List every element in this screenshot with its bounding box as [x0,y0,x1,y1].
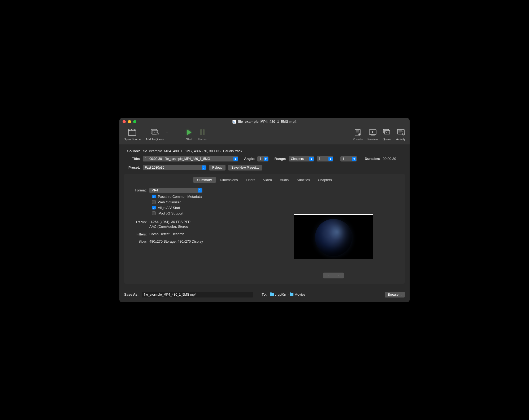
preview-button[interactable]: Preview [367,128,378,141]
range-separator: – [336,157,338,161]
to-label: To: [262,292,267,296]
svg-point-17 [359,134,360,135]
tracks-video-value: H.264 (x264), 30 FPS PFR [149,220,257,224]
play-icon [185,128,193,137]
folder-icon [290,293,293,296]
open-source-button[interactable]: Open Source [124,128,141,141]
queue-icon [383,128,391,137]
passthru-metadata-checkbox[interactable] [152,195,156,198]
summary-panel: Format: MP4 Passthru Common Metadata Web… [124,188,405,278]
size-value: 480x270 Storage, 480x270 Display [149,239,257,244]
tabs-container: Summary Dimensions Filters Video Audio S… [124,174,405,284]
format-select[interactable]: MP4 [149,188,202,193]
source-label: Source: [124,149,140,153]
svg-line-2 [129,129,130,131]
duration-value: 00:00:30 [383,157,396,161]
add-queue-icon [151,128,159,137]
preset-label: Preset: [124,165,140,169]
save-as-label: Save As: [124,292,138,296]
window-title-text: file_example_MP4_480_1_5MG.mp4 [238,120,296,124]
clapperboard-icon [128,128,136,137]
format-label: Format: [129,188,149,192]
footer: Save As: To: crypt0rr › Movies Browse… [119,288,410,302]
tab-video[interactable]: Video [259,177,276,183]
maximize-window-button[interactable] [133,120,136,123]
preview-prev-button[interactable]: ‹ [323,273,333,278]
preview-image [294,214,373,259]
title-label: Title: [124,157,140,161]
app-window: ⊡ file_example_MP4_480_1_5MG.mp4 Open So… [119,118,410,302]
earth-icon [315,219,352,256]
path-user: crypt0rr [275,292,287,296]
file-icon: ⊡ [232,120,236,124]
folder-icon [270,293,274,296]
svg-marker-19 [372,131,374,133]
passthru-metadata-label: Passthru Common Metadata [158,195,202,199]
close-window-button[interactable] [123,120,126,123]
presets-button[interactable]: Presets [353,128,363,141]
start-button[interactable]: Start [185,128,193,141]
save-preset-button[interactable]: Save New Preset… [228,165,262,170]
range-from-select[interactable]: 1 [317,156,333,161]
pause-button: Pause [198,128,207,141]
align-av-label: Align A/V Start [158,206,180,210]
svg-rect-22 [384,130,390,134]
title-select[interactable]: 1 - 00:00:30 - file_example_MP4_480_1_5M… [143,156,238,161]
pause-icon [198,128,207,137]
activity-button[interactable]: i Activity [396,128,405,141]
queue-button[interactable]: Queue [383,128,391,141]
traffic-lights [123,120,136,123]
preview-next-button[interactable]: › [333,273,344,278]
ipod-checkbox[interactable] [152,211,156,215]
destination-path: crypt0rr › Movies [270,292,306,296]
web-optimized-checkbox[interactable] [152,200,156,204]
filters-value: Comb Detect, Decomb [149,232,257,237]
angle-label: Angle: [244,157,255,161]
align-av-checkbox[interactable] [152,206,156,209]
titlebar: ⊡ file_example_MP4_480_1_5MG.mp4 [119,118,410,125]
angle-select[interactable]: 1 [257,156,268,161]
tab-filters[interactable]: Filters [242,177,259,183]
tab-subtitles[interactable]: Subtitles [293,177,314,183]
ipod-label: iPod 5G Support [158,211,183,215]
activity-icon: i [397,128,405,137]
tab-summary[interactable]: Summary [193,177,216,183]
svg-line-5 [134,129,135,131]
svg-line-3 [131,129,132,131]
range-type-select[interactable]: Chapters [289,156,314,161]
filters-label: Filters: [129,232,149,236]
size-label: Size: [129,239,149,244]
preset-select[interactable]: Fast 1080p30 [143,165,206,170]
reload-button[interactable]: Reload [209,165,226,170]
add-queue-dropdown[interactable]: ⌵ [164,131,169,134]
preview-nav: ‹ › [323,273,344,278]
add-to-queue-button[interactable]: Add To Queue [146,128,164,141]
window-title: ⊡ file_example_MP4_480_1_5MG.mp4 [232,120,296,124]
toolbar: Open Source Add To Queue ⌵ Start Pause [119,125,410,145]
tab-dimensions[interactable]: Dimensions [216,177,242,183]
path-separator: › [288,292,289,296]
browse-button[interactable]: Browse… [385,292,405,298]
range-label: Range: [274,157,286,161]
presets-icon [353,128,362,137]
minimize-window-button[interactable] [128,120,131,123]
content-area: Source: file_example_MP4_480_1_5MG, 480x… [119,145,410,288]
tracks-audio-value: AAC (CoreAudio), Stereo [149,224,257,229]
preview-icon [368,128,377,137]
web-optimized-label: Web Optimized [158,200,181,204]
save-as-input[interactable] [142,292,253,298]
source-value: file_example_MP4_480_1_5MG, 480x270, 30 … [143,149,242,153]
tab-audio[interactable]: Audio [276,177,293,183]
range-to-select[interactable]: 1 [340,156,357,161]
svg-rect-0 [128,131,136,135]
tab-chapters[interactable]: Chapters [314,177,336,183]
path-folder: Movies [294,292,305,296]
svg-line-4 [133,129,133,131]
tracks-label: Tracks: [129,220,149,224]
duration-label: Duration: [365,157,380,161]
tabs: Summary Dimensions Filters Video Audio S… [124,177,405,183]
